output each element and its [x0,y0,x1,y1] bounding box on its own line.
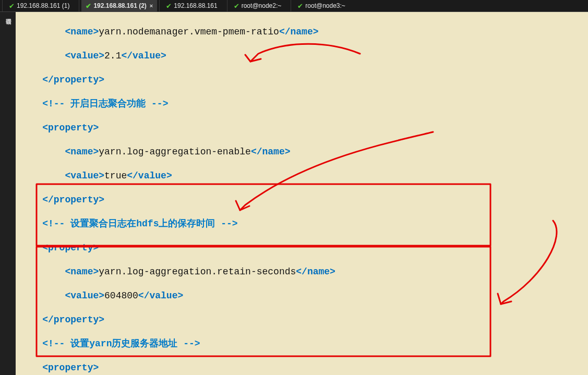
code-line: <!-- 开启日志聚合功能 --> [20,98,584,110]
tab-session-5[interactable]: ✔ root@node3:~ [293,0,353,11]
code-line: <property> [20,122,584,134]
code-line: <value>2.1</value> [20,50,584,62]
check-icon: ✔ [234,2,239,10]
code-line: <name>yarn.log-aggregation.retain-second… [20,266,584,278]
tab-label: 192.168.88.161 [174,2,217,9]
tab-bar: ✔ 192.168.88.161 (1) ✔ 192.168.88.161 (2… [0,0,588,11]
editor-pane[interactable]: <name>yarn.nodemanager.vmem-pmem-ratio</… [16,12,588,375]
tab-session-1[interactable]: ✔ 192.168.88.161 (1) [5,0,77,11]
tab-session-3[interactable]: ✔ 192.168.88.161 [162,0,224,11]
code-line: <value>true</value> [20,170,584,182]
check-icon: ✔ [86,2,91,10]
tab-label: root@node2:~ [242,2,282,9]
check-icon: ✔ [297,2,303,10]
code-line: </property> [20,74,584,86]
svg-rect-0 [37,184,490,246]
code-line: <property> [20,242,584,254]
check-icon: ✔ [9,2,15,10]
tab-label: 192.168.88.161 (2) [93,2,146,9]
tab-label: root@node3:~ [305,2,345,9]
tab-label: 192.168.88.161 (1) [17,2,69,9]
code-line: <name>yarn.nodemanager.vmem-pmem-ratio</… [20,26,584,38]
tab-session-2[interactable]: ✔ 192.168.88.161 (2) × [81,0,157,11]
terminal-app: ✔ 192.168.88.161 (1) ✔ 192.168.88.161 (2… [0,0,588,375]
code-line: </property> [20,194,584,206]
code-line: <!-- 设置yarn历史服务器地址 --> [20,338,584,350]
code-line: <property> [20,362,584,374]
check-icon: ✔ [166,2,172,10]
sidebar: 会话管理器 [0,12,16,375]
code-line: <name>yarn.log-aggregation-enable</name> [20,146,584,158]
code-line: <!-- 设置聚合日志在hdfs上的保存时间 --> [20,218,584,230]
code-line: </property> [20,314,584,326]
tab-session-4[interactable]: ✔ root@node2:~ [230,0,289,11]
code-line: <value>604800</value> [20,290,584,302]
close-icon[interactable]: × [150,3,153,9]
